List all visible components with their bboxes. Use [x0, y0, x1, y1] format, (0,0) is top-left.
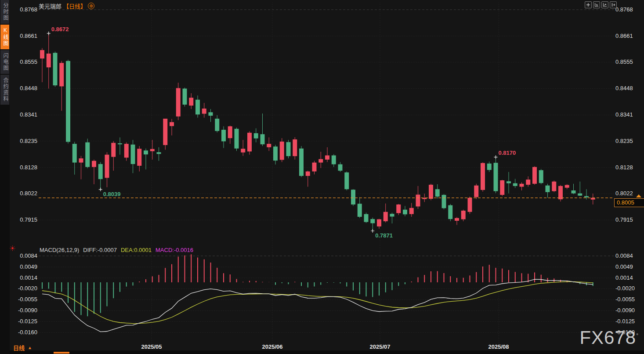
macd-axis-label: 0.0049 [615, 263, 633, 271]
macd-axis-label: -0.0020 [14, 285, 37, 292]
macd-name: MACD(26,12,9) [40, 247, 79, 253]
price-up-arrow [636, 194, 641, 197]
chart-toolbar [585, 1, 617, 8]
price-axis-label: 0.8768 [14, 6, 37, 14]
extreme-marker-icon [47, 32, 51, 35]
price-axis-label: 0.8661 [615, 32, 633, 40]
macd-axis-label: -0.0125 [615, 318, 635, 325]
macd-axis-label: -0.0020 [615, 285, 635, 292]
horizontal-scrollbar-track[interactable] [0, 350, 644, 354]
period-selector-label: 日线 [13, 343, 25, 352]
extreme-marker-icon [371, 229, 374, 233]
price-axis-label: 0.8555 [615, 58, 633, 66]
extreme-marker-icon [99, 188, 102, 191]
price-axis-label: 0.8128 [615, 164, 633, 172]
macd-axis-label: -0.0090 [615, 307, 635, 314]
diff-line [42, 279, 593, 332]
collapse-panel-icon[interactable] [610, 1, 617, 8]
macd-axis-label: -0.0055 [615, 296, 635, 303]
price-axis-label: 0.8555 [14, 58, 37, 66]
macd-label-row: MACD(26,12,9) DIFF:-0.0007 DEA:0.0001 MA… [40, 247, 193, 253]
macd-axis-label: 0.0049 [14, 263, 37, 271]
extreme-marker-icon [494, 155, 498, 159]
price-axis-label: 0.7915 [615, 216, 633, 224]
crosshair-icon[interactable] [585, 1, 592, 8]
price-axis-label: 0.7915 [14, 216, 37, 224]
price-axis-label: 0.8128 [14, 164, 37, 172]
price-axis-label: 0.8022 [14, 190, 37, 197]
price-axis-label: 0.8661 [14, 32, 37, 40]
x-axis-label: 2025/07 [370, 343, 391, 350]
macd-axis-label: -0.0160 [14, 328, 37, 336]
sidebar-tab-timeshare[interactable]: 分时图 [0, 0, 9, 24]
app-window: 分时图 K线图 闪电图 合约资料 美元瑞郎 【日线】 ⊕ MACD(26,12 [0, 0, 644, 354]
sidebar-tab-kline[interactable]: K线图 [0, 25, 9, 49]
candlestick-layer [40, 33, 595, 231]
price-axis-label: 0.8448 [14, 84, 37, 92]
expand-icon[interactable]: ⊕ [88, 3, 94, 9]
macd-dea-value: DEA:0.0001 [121, 247, 152, 253]
sidebar-tab-lightning[interactable]: 闪电图 [0, 50, 9, 74]
symbol-name: 美元瑞郎 [39, 2, 62, 10]
high-price-annotation: 0.8672 [51, 26, 69, 33]
period-selector[interactable]: 日线 ▲ [13, 343, 32, 352]
macd-axis-label: 0.0084 [615, 252, 633, 260]
chart-canvas [0, 0, 644, 354]
low-price-annotation: 0.8039 [103, 191, 121, 197]
macd-axis-label: -0.0125 [14, 318, 37, 325]
price-axis-label: 0.8235 [615, 137, 633, 145]
watermark: FX678° [579, 327, 639, 348]
macd-axis-label: -0.0090 [14, 307, 37, 314]
low-price-annotation: 0.7871 [375, 232, 393, 239]
macd-axis-label: -0.0055 [14, 296, 37, 303]
horizontal-scrollbar-handle[interactable] [54, 352, 69, 354]
grid-layer [39, 3, 614, 350]
price-axis-label: 0.8341 [14, 111, 37, 119]
sidebar: 分时图 K线图 闪电图 合约资料 [0, 0, 10, 354]
zoom-y-axis-icon[interactable] [601, 1, 608, 8]
indicator-settings-icon[interactable] [10, 245, 15, 251]
macd-axis-label: 0.0084 [14, 252, 37, 260]
last-price-tag: 0.8005 [614, 198, 644, 207]
zoom-x-axis-icon[interactable] [593, 1, 600, 8]
price-axis-label: 0.8448 [615, 84, 633, 92]
price-axis-label: 0.8022 [615, 190, 633, 197]
title-bar: 美元瑞郎 【日线】 ⊕ [39, 2, 94, 10]
macd-axis-label: 0.0014 [615, 274, 633, 282]
macd-axis-label: 0.0014 [14, 274, 37, 282]
dea-line [42, 282, 593, 324]
macd-layer [42, 254, 593, 332]
high-price-annotation: 0.8170 [499, 150, 516, 156]
macd-hist-value: MACD:-0.0016 [156, 247, 193, 253]
x-axis-label: 2025/06 [262, 343, 283, 350]
triangle-up-icon: ▲ [28, 345, 32, 350]
price-axis-label: 0.8341 [615, 111, 633, 119]
macd-diff-value: DIFF:-0.0007 [83, 247, 117, 253]
period-tag: 【日线】 [63, 2, 86, 10]
price-axis-label: 0.8235 [14, 137, 37, 145]
x-axis-label: 2025/08 [488, 343, 509, 350]
price-axis-label: 0.8768 [615, 6, 633, 14]
x-axis-label: 2025/05 [141, 343, 162, 350]
sidebar-tab-contract-info[interactable]: 合约资料 [0, 75, 9, 105]
